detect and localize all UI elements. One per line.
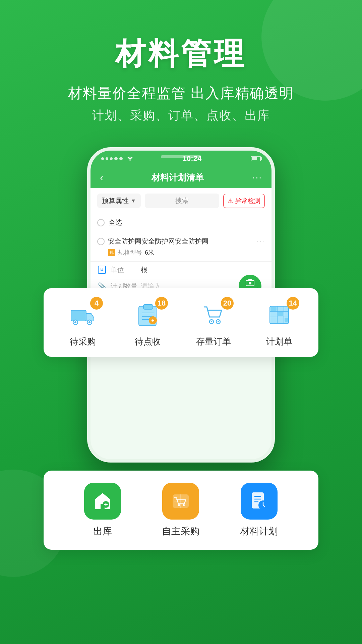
pending-purchase-badge: 4 [90, 297, 103, 310]
svg-point-30 [178, 504, 180, 506]
filter-bar: 预算属性 ▼ 搜索 ⚠ 异常检测 [90, 188, 272, 213]
material-plan-icon-box [241, 483, 278, 520]
unit-value: 根 [141, 265, 147, 274]
svg-point-19 [218, 321, 219, 322]
phone-nav-bar: ‹ 材料计划清单 ··· [90, 167, 272, 188]
anomaly-label: 异常检测 [235, 197, 260, 205]
bottom-action-item-self-purchase[interactable]: 自主采购 [162, 483, 199, 538]
svg-rect-3 [71, 310, 86, 321]
anomaly-detection-button[interactable]: ⚠ 异常检测 [223, 194, 265, 208]
action-item-plan[interactable]: 14 计划单 [262, 300, 296, 347]
pending-purchase-label: 待采购 [70, 336, 96, 347]
spec-value-1: 6米 [145, 249, 154, 257]
phone-top-pill [161, 155, 201, 158]
action-item-pending-receive[interactable]: 18 待点收 [131, 300, 165, 347]
svg-point-7 [88, 321, 90, 323]
stock-order-badge: 20 [221, 297, 234, 310]
pending-receive-icon-wrapper: 18 [131, 300, 165, 330]
nav-title: 材料计划清单 [152, 172, 204, 183]
subtitle-line1: 材料量价全程监管 出入库精确透明 [0, 84, 362, 103]
signal-dot-3 [110, 157, 113, 160]
unit-row: 目 单位 根 [97, 262, 265, 278]
select-all-checkbox[interactable] [97, 219, 105, 226]
outbound-icon-box [84, 483, 121, 520]
cart-box-icon [169, 490, 192, 513]
svg-point-31 [183, 504, 185, 506]
list-item-1[interactable]: 安全防护网安全防护网安全防护网 ··· 规 规格型号 6米 [90, 232, 272, 262]
bottom-action-item-outbound[interactable]: 出库 [84, 483, 121, 538]
self-purchase-label: 自主采购 [162, 525, 199, 538]
nav-back-button[interactable]: ‹ [100, 172, 103, 183]
wifi-icon [127, 155, 133, 162]
battery-icon [251, 156, 261, 161]
signal-dots [101, 157, 123, 160]
plan-label: 计划单 [266, 336, 292, 347]
outbound-label: 出库 [93, 525, 112, 538]
detail-icon-1: 规 [108, 249, 115, 256]
item-checkbox-1[interactable] [97, 238, 105, 245]
action-item-stock-order[interactable]: 20 存量订单 [196, 300, 231, 347]
budget-attribute-dropdown[interactable]: 预算属性 ▼ [97, 194, 141, 208]
unit-icon-box: 目 [97, 265, 107, 274]
plan-badge: 14 [287, 297, 299, 310]
subtitle-line2: 计划、采购、订单、点收、出库 [0, 107, 362, 124]
signal-dot-4 [114, 157, 118, 160]
stock-order-icon-wrapper: 20 [197, 300, 230, 330]
bottom-action-card: 出库 自主采购 [44, 471, 318, 550]
svg-rect-9 [143, 305, 153, 309]
warning-icon: ⚠ [228, 197, 233, 205]
main-title: 材料管理 [0, 34, 362, 74]
svg-rect-26 [278, 312, 283, 316]
svg-point-18 [211, 321, 212, 322]
unit-icon: 目 [98, 266, 106, 274]
signal-dot-1 [101, 157, 104, 160]
battery-fill [252, 157, 257, 160]
svg-point-6 [74, 321, 76, 323]
select-all-row[interactable]: 全选 [90, 213, 272, 232]
item-detail-row-1: 规 规格型号 6米 [97, 249, 265, 257]
signal-dot-2 [106, 157, 108, 160]
pending-purchase-icon-wrapper: 4 [66, 300, 100, 330]
phone-mockup-area: 10:24 ‹ 材料计划清单 ··· 预算属性 ▼ 搜索 ⚠ 异常检测 [44, 147, 318, 583]
signal-dot-5 [119, 157, 123, 160]
svg-rect-25 [270, 307, 277, 311]
dropdown-label: 预算属性 [102, 196, 129, 205]
self-purchase-icon-box [162, 483, 199, 520]
pending-receive-label: 待点收 [135, 336, 161, 347]
select-all-label: 全选 [109, 218, 122, 227]
chevron-down-icon: ▼ [131, 198, 136, 204]
unit-label: 单位 [111, 265, 141, 274]
action-card: 4 待采购 18 [44, 288, 318, 357]
svg-rect-2 [248, 279, 252, 281]
stock-order-label: 存量订单 [196, 336, 231, 347]
house-outbound-icon [91, 490, 114, 513]
nav-more-button[interactable]: ··· [252, 172, 262, 183]
pending-receive-badge: 18 [155, 297, 168, 310]
spec-label-1: 规格型号 [118, 249, 142, 257]
plan-icon-wrapper: 14 [262, 300, 296, 330]
svg-point-1 [249, 282, 251, 284]
bottom-action-item-material-plan[interactable]: 材料计划 [240, 483, 278, 538]
status-battery [251, 156, 261, 161]
header-section: 材料管理 材料量价全程监管 出入库精确透明 计划、采购、订单、点收、出库 [0, 0, 362, 124]
svg-rect-27 [285, 318, 288, 322]
action-item-pending-purchase[interactable]: 4 待采购 [66, 300, 100, 347]
material-plan-label: 材料计划 [240, 525, 278, 538]
doc-clock-icon [248, 490, 270, 513]
search-input[interactable]: 搜索 [145, 194, 219, 208]
phone-status-bar: 10:24 [90, 151, 272, 167]
item-name-1: 安全防护网安全防护网安全防护网 [108, 237, 208, 246]
item-more-icon-1[interactable]: ··· [257, 237, 265, 246]
